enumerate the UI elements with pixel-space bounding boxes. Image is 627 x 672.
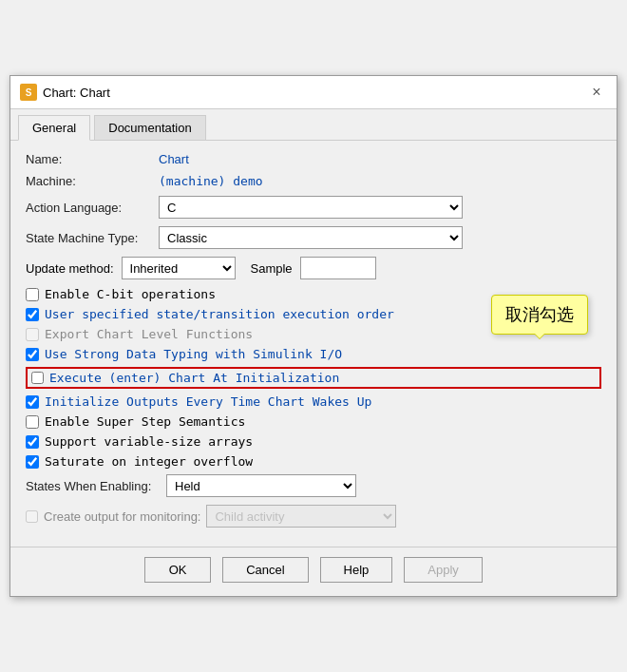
checkbox-variable-size[interactable] (26, 435, 39, 449)
checkbox-label-5: Execute (enter) Chart At Initialization (49, 371, 339, 385)
checkbox-row-4: Use Strong Data Typing with Simulink I/O (26, 347, 601, 361)
content-area: Name: Chart Machine: (machine) demo Acti… (10, 141, 617, 547)
checkbox-user-specified[interactable] (26, 308, 39, 321)
checkbox-super-step[interactable] (26, 415, 39, 429)
checkbox-label-6: Initialize Outputs Every Time Chart Wake… (45, 394, 371, 409)
checkbox-row-5-highlighted: Execute (enter) Chart At Initialization (26, 367, 601, 389)
window-icon: S (20, 84, 37, 101)
tab-documentation[interactable]: Documentation (94, 115, 205, 140)
checkbox-strong-typing[interactable] (26, 348, 39, 361)
checkbox-label-2: User specified state/transition executio… (45, 307, 394, 321)
checkbox-label-3: Export Chart Level Functions (45, 327, 253, 341)
apply-button[interactable]: Apply (404, 557, 483, 583)
checkbox-row-7: Enable Super Step Semantics (26, 414, 601, 429)
update-method-label: Update method: (26, 261, 114, 276)
action-language-label: Action Language: (26, 201, 159, 215)
tooltip: 取消勾选 (491, 295, 588, 335)
checkbox-label-7: Enable Super Step Semantics (45, 414, 245, 429)
ok-button[interactable]: OK (144, 557, 211, 583)
machine-label: Machine: (26, 174, 159, 188)
dialog-window: S Chart: Chart × General Documentation N… (10, 75, 618, 597)
state-machine-type-row: State Machine Type: Classic Mealy Moore (26, 226, 601, 249)
states-enabling-label: States When Enabling: (26, 479, 159, 493)
checkbox-label-8: Support variable-size arrays (45, 434, 253, 449)
states-when-enabling-row: States When Enabling: Held Reset Inherit… (26, 474, 601, 497)
action-language-select[interactable]: C MATLAB (159, 196, 463, 219)
create-output-select[interactable]: Child activity (206, 505, 396, 528)
checkbox-enable-cbit[interactable] (26, 288, 39, 301)
footer: OK Cancel Help Apply (10, 547, 617, 596)
tooltip-text: 取消勾选 (505, 305, 574, 324)
checkbox-execute-init[interactable] (31, 372, 44, 384)
name-value: Chart (159, 152, 189, 166)
update-method-select[interactable]: Inherited Discrete Continuous (122, 257, 236, 279)
checkbox-label-9: Saturate on integer overflow (45, 454, 253, 469)
cancel-button[interactable]: Cancel (222, 557, 308, 583)
machine-value: (machine) demo (159, 174, 263, 188)
checkbox-row-6: Initialize Outputs Every Time Chart Wake… (26, 394, 601, 409)
sample-input[interactable] (300, 257, 376, 279)
checkbox-create-output[interactable] (26, 510, 38, 523)
state-machine-type-label: State Machine Type: (26, 231, 159, 245)
create-output-label: Create output for monitoring: (44, 509, 200, 524)
name-row: Name: Chart (26, 152, 601, 166)
checkbox-label-1: Enable C-bit operations (45, 287, 216, 301)
tab-general[interactable]: General (18, 115, 90, 141)
title-bar-left: S Chart: Chart (20, 84, 110, 101)
state-machine-type-select[interactable]: Classic Mealy Moore (159, 226, 463, 249)
checkbox-row-9: Saturate on integer overflow (26, 454, 601, 469)
checkbox-init-outputs[interactable] (26, 395, 39, 409)
tab-bar: General Documentation (10, 109, 617, 141)
checkbox-label-4: Use Strong Data Typing with Simulink I/O (45, 347, 342, 361)
window-title: Chart: Chart (43, 86, 110, 100)
title-bar: S Chart: Chart × (10, 76, 617, 109)
states-enabling-select[interactable]: Held Reset Inherit from Simulink (166, 474, 356, 497)
checkbox-export-chart[interactable] (26, 328, 39, 341)
action-language-row: Action Language: C MATLAB (26, 196, 601, 219)
name-label: Name: (26, 152, 159, 166)
checkbox-row-8: Support variable-size arrays (26, 434, 601, 449)
help-button[interactable]: Help (320, 557, 393, 583)
machine-row: Machine: (machine) demo (26, 174, 601, 188)
update-method-row: Update method: Inherited Discrete Contin… (26, 257, 601, 279)
close-button[interactable]: × (586, 82, 607, 103)
checkbox-saturate[interactable] (26, 455, 39, 469)
sample-label: Sample (251, 261, 293, 276)
create-output-row: Create output for monitoring: Child acti… (26, 505, 601, 528)
